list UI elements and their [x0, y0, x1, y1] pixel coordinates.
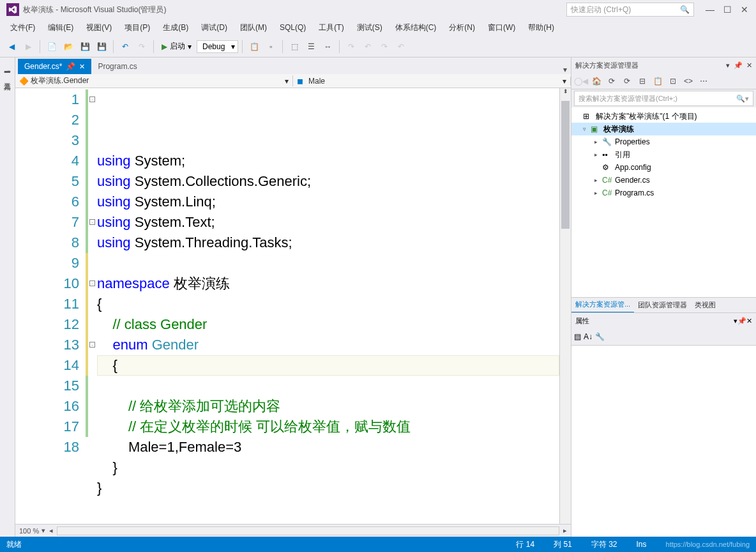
expand-icon[interactable]: ▸	[594, 190, 602, 196]
start-debug-button[interactable]: ▶ 启动 ▾	[158, 40, 195, 53]
toolbar-button[interactable]: ☰	[303, 39, 319, 54]
menu-tools[interactable]: 工具(T)	[314, 20, 349, 35]
menu-analyze[interactable]: 分析(N)	[444, 20, 480, 35]
search-icon: 🔍	[736, 95, 745, 103]
code-button[interactable]: <>	[681, 74, 695, 88]
tab-gender[interactable]: Gender.cs* 📌 ✕	[18, 59, 91, 74]
config-combo[interactable]: Debug ▾	[197, 40, 238, 53]
properties-button[interactable]: 📋	[651, 74, 665, 88]
scroll-right-icon[interactable]: ▸	[563, 526, 567, 535]
menu-window[interactable]: 窗口(W)	[483, 20, 520, 35]
tab-team-explorer[interactable]: 团队资源管理器	[634, 298, 691, 312]
node-label: 引用	[615, 150, 630, 160]
toolbar-button[interactable]: ↷	[344, 39, 359, 54]
tab-program[interactable]: Program.cs	[91, 59, 143, 74]
open-file-button[interactable]: 📂	[61, 39, 76, 54]
field-icon: ◼	[297, 77, 306, 86]
chevron-down-icon[interactable]: ▾	[42, 526, 45, 535]
window-buttons: — ☐ ✕	[706, 4, 748, 15]
scroll-split-icon[interactable]: ⬍	[560, 88, 571, 98]
toolbar-button[interactable]: ↔	[320, 39, 335, 54]
save-button[interactable]: 💾	[77, 39, 93, 54]
minimize-button[interactable]: —	[706, 4, 714, 15]
quicklaunch-input[interactable]: 快速启动 (Ctrl+Q) 🔍	[566, 3, 694, 17]
save-all-button[interactable]: 💾	[94, 39, 109, 54]
toolbar-button[interactable]: ↷	[377, 39, 392, 54]
menu-test[interactable]: 测试(S)	[352, 20, 388, 35]
program-file-node[interactable]: ▸ C# Program.cs	[571, 187, 756, 199]
menu-team[interactable]: 团队(M)	[235, 20, 272, 35]
scroll-left-icon[interactable]: ◂	[49, 526, 53, 535]
categorized-button[interactable]: ▤	[574, 332, 581, 341]
toolbar-button[interactable]: ⬚	[287, 39, 302, 54]
toolbar-button[interactable]: ↶	[393, 39, 409, 54]
pin-icon[interactable]: 📌	[66, 62, 75, 71]
pin-icon[interactable]: 📌	[734, 61, 743, 70]
home-button[interactable]: 🏠	[589, 74, 603, 88]
code-text[interactable]: using System;using System.Collections.Ge…	[97, 88, 559, 524]
close-icon[interactable]: ✕	[746, 61, 752, 70]
scroll-thumb[interactable]	[561, 101, 570, 229]
menu-sql[interactable]: SQL(Q)	[275, 21, 311, 34]
properties-header: 属性 ▾ 📌 ✕	[571, 313, 756, 328]
collapse-icon[interactable]: ▿	[583, 126, 591, 132]
toolbar-button[interactable]: ▫	[263, 39, 278, 54]
show-all-button[interactable]: ⊡	[666, 74, 680, 88]
maximize-button[interactable]: ☐	[723, 4, 732, 15]
toolbar-button[interactable]: ↶	[360, 39, 375, 54]
undo-button[interactable]: ↶	[117, 39, 133, 54]
properties-wrench-button[interactable]: 🔧	[595, 332, 605, 341]
close-button[interactable]: ✕	[741, 4, 748, 15]
more-button[interactable]: ⋯	[697, 74, 711, 88]
tab-class-view[interactable]: 类视图	[691, 298, 720, 312]
alphabetical-button[interactable]: A↓	[584, 332, 593, 341]
expand-icon[interactable]: ▸	[594, 151, 602, 158]
project-node[interactable]: ▿ ▣ 枚举演练	[571, 123, 756, 135]
csharp-file-icon: C#	[602, 176, 612, 185]
zoom-value[interactable]: 100 %	[19, 527, 39, 535]
refresh-button[interactable]: ⟳	[620, 74, 634, 88]
menu-architecture[interactable]: 体系结构(C)	[390, 20, 442, 35]
separator	[40, 40, 40, 53]
chevron-down-icon[interactable]: ▾	[726, 61, 730, 70]
type-combo[interactable]: 🔶 枚举演练.Gender ▾	[15, 75, 293, 86]
menu-project[interactable]: 项目(P)	[119, 20, 155, 35]
horizontal-scrollbar[interactable]	[57, 526, 559, 535]
tab-overflow-button[interactable]: ▾	[559, 65, 571, 74]
menu-edit[interactable]: 编辑(E)	[43, 20, 79, 35]
close-icon[interactable]: ✕	[746, 317, 752, 325]
collapse-button[interactable]: ⊟	[635, 74, 649, 88]
titlebar: 枚举演练 - Microsoft Visual Studio(管理员) 快速启动…	[0, 0, 756, 19]
member-combo[interactable]: ◼ Male ▾	[293, 77, 571, 86]
properties-node[interactable]: ▸ 🔧 Properties	[571, 135, 756, 148]
menu-file[interactable]: 文件(F)	[5, 20, 40, 35]
gender-file-node[interactable]: ▸ C# Gender.cs	[571, 174, 756, 187]
server-explorer-tab[interactable]: 服务器资源管理器	[1, 60, 13, 70]
new-project-button[interactable]: 📄	[44, 39, 59, 54]
expand-icon[interactable]: ▸	[594, 177, 602, 183]
menu-build[interactable]: 生成(B)	[158, 20, 193, 35]
toolbox-tab[interactable]: 工具箱	[1, 73, 13, 83]
main-area: 服务器资源管理器 工具箱 Gender.cs* 📌 ✕ Program.cs ▾…	[0, 57, 756, 537]
nav-back-button[interactable]: ◀	[4, 39, 19, 54]
menu-debug[interactable]: 调试(D)	[196, 20, 232, 35]
menu-view[interactable]: 视图(V)	[81, 20, 117, 35]
panel-title: 解决方案资源管理器	[575, 61, 726, 70]
solution-node[interactable]: ⊞ 解决方案"枚举演练"(1 个项目)	[571, 110, 756, 123]
redo-button[interactable]: ↷	[134, 39, 149, 54]
solution-search-input[interactable]: 搜索解决方案资源管理器(Ctrl+;) 🔍 ▾	[574, 91, 753, 106]
vertical-scrollbar[interactable]: ⬍ ▴	[559, 88, 571, 524]
appconfig-node[interactable]: ⚙ App.config	[571, 161, 756, 174]
references-node[interactable]: ▸ ▪▪ 引用	[571, 148, 756, 161]
back-button[interactable]: ◯◀	[574, 74, 588, 88]
close-tab-icon[interactable]: ✕	[79, 63, 85, 71]
tab-solution-explorer[interactable]: 解决方案资源管...	[571, 297, 634, 313]
separator	[153, 40, 154, 53]
pin-icon[interactable]: 📌	[737, 317, 746, 325]
menu-help[interactable]: 帮助(H)	[523, 20, 559, 35]
expand-icon[interactable]: ▸	[594, 139, 602, 145]
toolbar-button[interactable]: 📋	[246, 39, 262, 54]
code-editor[interactable]: 123456789101112131415161718 ---- using S…	[15, 88, 571, 524]
sync-button[interactable]: ⟳	[605, 74, 619, 88]
nav-forward-button[interactable]: ▶	[20, 39, 36, 54]
